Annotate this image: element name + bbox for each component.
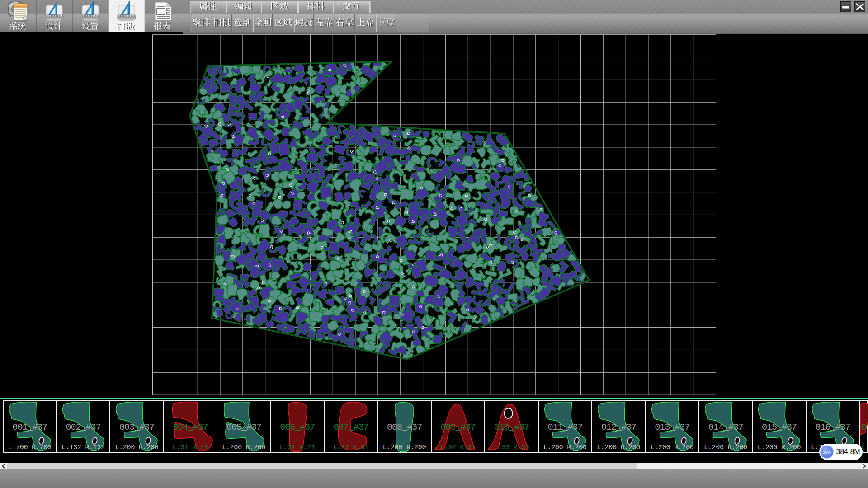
svg-text:38%: 38% <box>823 450 831 455</box>
